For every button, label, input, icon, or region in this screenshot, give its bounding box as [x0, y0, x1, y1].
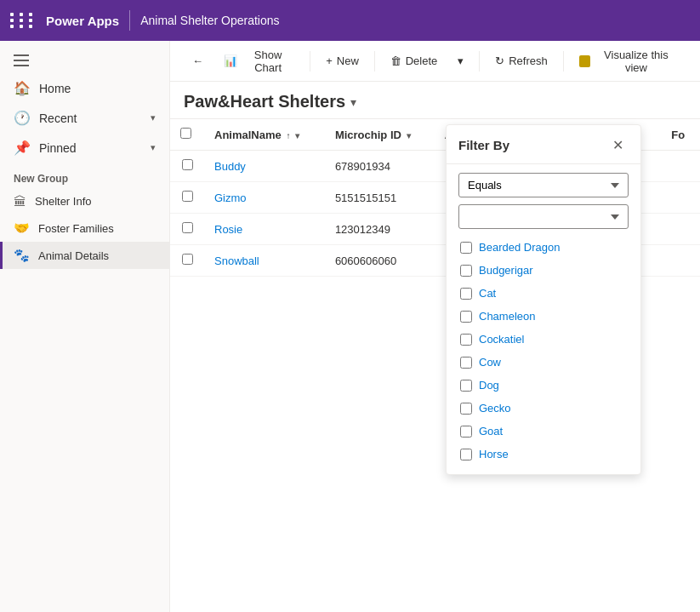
- refresh-button[interactable]: ↻ Refresh: [487, 50, 556, 71]
- fo-cell: [661, 245, 700, 277]
- filter-title: Filter By: [458, 138, 509, 152]
- filter-item-checkbox[interactable]: [460, 449, 472, 460]
- hamburger-button[interactable]: [0, 48, 169, 73]
- topbar-divider: [129, 10, 130, 31]
- filter-item-checkbox[interactable]: [460, 334, 472, 346]
- sidebar-item-home-label: Home: [39, 82, 71, 95]
- view-header: Paw&Heart Shelters ▾: [170, 82, 700, 119]
- sidebar-item-animal-details[interactable]: 🐾 Animal Details: [0, 242, 169, 269]
- filter-list-item[interactable]: Bearded Dragon: [458, 236, 629, 259]
- delete-button[interactable]: 🗑 Delete: [382, 50, 447, 71]
- filter-list-item[interactable]: Chameleon: [458, 305, 629, 328]
- row-checkbox[interactable]: [182, 222, 193, 233]
- select-all-checkbox[interactable]: [180, 128, 191, 139]
- shelter-info-icon: 🏛: [14, 194, 26, 209]
- animal-name-cell[interactable]: Rosie: [204, 214, 325, 245]
- microchip-id-cell: 678901934: [325, 151, 435, 182]
- sidebar-item-foster-families[interactable]: 🤝 Foster Families: [0, 214, 169, 242]
- delete-label: Delete: [406, 54, 438, 67]
- animal-name-cell[interactable]: Gizmo: [204, 182, 325, 214]
- hamburger-icon: [14, 54, 29, 66]
- sidebar-item-shelter-info[interactable]: 🏛 Shelter Info: [0, 188, 169, 214]
- row-checkbox[interactable]: [182, 254, 193, 265]
- row-checkbox[interactable]: [182, 159, 193, 170]
- sidebar: 🏠 Home 🕐 Recent ▾ 📌 Pinned ▾ New Group 🏛…: [0, 41, 170, 612]
- filter-list-item[interactable]: Gecko: [458, 397, 629, 420]
- filter-operator-select[interactable]: EqualsContainsBegins withDoes not equal: [458, 173, 629, 197]
- filter-item-checkbox[interactable]: [460, 380, 472, 392]
- recent-icon: 🕐: [14, 110, 31, 126]
- toolbar-divider-3: [479, 51, 480, 71]
- animal-name-cell[interactable]: Buddy: [204, 151, 325, 182]
- new-label: New: [337, 54, 359, 67]
- filter-item-checkbox[interactable]: [460, 242, 472, 254]
- back-button[interactable]: ←: [184, 50, 212, 71]
- delete-dropdown-button[interactable]: ▾: [449, 50, 472, 71]
- filter-item-label: Horse: [479, 448, 509, 460]
- filter-item-checkbox[interactable]: [460, 357, 472, 369]
- select-all-header: [170, 119, 204, 151]
- filter-panel: Filter By ✕ EqualsContainsBegins withDoe…: [446, 124, 641, 475]
- filter-body: EqualsContainsBegins withDoes not equal …: [447, 164, 640, 474]
- row-checkbox-cell: [170, 151, 204, 182]
- sidebar-item-recent-label: Recent: [39, 112, 77, 125]
- animal-details-icon: 🐾: [14, 248, 30, 263]
- refresh-label: Refresh: [509, 54, 548, 67]
- filter-list: Bearded Dragon Budgerigar Cat Chameleon …: [458, 236, 629, 466]
- foster-families-icon: 🤝: [14, 220, 30, 236]
- microchip-id-header[interactable]: Microchip ID ▾: [325, 119, 435, 151]
- row-checkbox-cell: [170, 182, 204, 214]
- visualize-icon: [579, 55, 590, 67]
- back-icon: ←: [192, 54, 203, 67]
- new-button[interactable]: + New: [317, 50, 367, 71]
- filter-list-item[interactable]: Horse: [458, 443, 629, 466]
- sidebar-item-foster-families-label: Foster Families: [38, 222, 114, 235]
- toolbar-divider-1: [310, 51, 310, 71]
- filter-item-checkbox[interactable]: [460, 265, 472, 277]
- microchip-id-cell: 5151515151: [325, 182, 435, 214]
- filter-search-input[interactable]: [458, 204, 629, 229]
- fo-header: Fo: [661, 119, 700, 151]
- toolbar-divider-4: [563, 51, 564, 71]
- filter-list-item[interactable]: Dog: [458, 374, 629, 397]
- filter-item-checkbox[interactable]: [460, 426, 472, 438]
- view-title: Paw&Heart Shelters: [184, 92, 345, 112]
- sidebar-item-recent[interactable]: 🕐 Recent ▾: [0, 103, 169, 133]
- animal-name-header[interactable]: AnimalName ↑ ▾: [204, 119, 325, 151]
- row-checkbox[interactable]: [182, 191, 193, 202]
- show-chart-button[interactable]: 📊 Show Chart: [215, 44, 303, 78]
- filter-list-item[interactable]: Budgerigar: [458, 259, 629, 282]
- animal-name-cell[interactable]: Snowball: [204, 245, 325, 277]
- fo-cell: [661, 214, 700, 245]
- filter-item-checkbox[interactable]: [460, 311, 472, 323]
- chevron-down-icon: ▾: [151, 142, 156, 153]
- fo-cell: [661, 151, 700, 182]
- toolbar: ← 📊 Show Chart + New 🗑 Delete ▾ ↻ R: [170, 41, 700, 82]
- filter-icon[interactable]: ▾: [295, 131, 299, 140]
- filter-list-item[interactable]: Goat: [458, 420, 629, 443]
- refresh-icon: ↻: [495, 54, 504, 67]
- sidebar-item-home[interactable]: 🏠 Home: [0, 73, 169, 103]
- filter-item-label: Cow: [479, 356, 501, 369]
- filter-item-checkbox[interactable]: [460, 403, 472, 415]
- app-title: Animal Shelter Operations: [140, 14, 279, 27]
- filter-item-label: Dog: [479, 379, 499, 392]
- view-dropdown-icon[interactable]: ▾: [350, 95, 356, 109]
- filter-item-label: Cat: [479, 287, 496, 300]
- filter-item-checkbox[interactable]: [460, 288, 472, 300]
- microchip-id-cell: 6060606060: [325, 245, 435, 277]
- trash-icon: 🗑: [390, 54, 401, 67]
- filter-item-label: Chameleon: [479, 310, 536, 323]
- sidebar-item-animal-details-label: Animal Details: [38, 249, 109, 262]
- toolbar-divider-2: [374, 51, 375, 71]
- filter-list-item[interactable]: Cat: [458, 282, 629, 305]
- filter-icon[interactable]: ▾: [407, 131, 411, 140]
- app-grid-icon[interactable]: [10, 13, 36, 28]
- filter-close-button[interactable]: ✕: [607, 135, 629, 155]
- visualize-button[interactable]: Visualize this view: [571, 44, 686, 78]
- filter-item-label: Bearded Dragon: [479, 241, 560, 254]
- filter-list-item[interactable]: Cockatiel: [458, 328, 629, 351]
- sidebar-item-pinned[interactable]: 📌 Pinned ▾: [0, 133, 169, 163]
- plus-icon: +: [326, 54, 333, 67]
- filter-list-item[interactable]: Cow: [458, 351, 629, 374]
